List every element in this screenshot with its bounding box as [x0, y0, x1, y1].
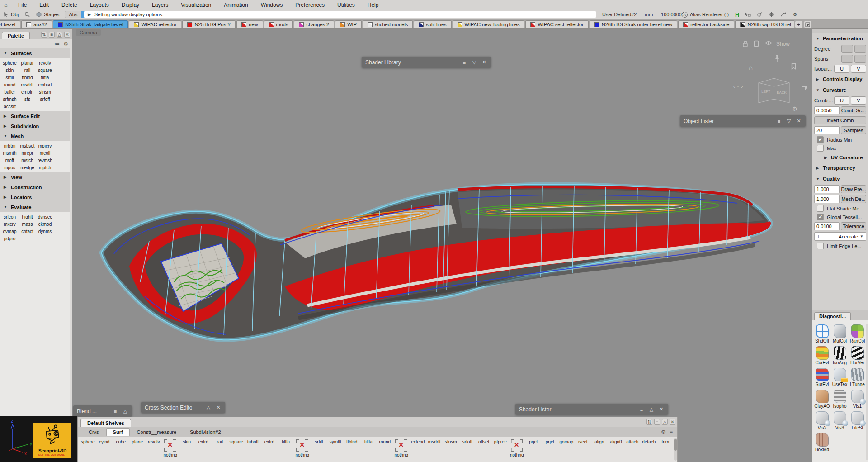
stages-icon[interactable]	[36, 11, 42, 18]
tool-CurEvl[interactable]: CurEvl	[813, 343, 831, 365]
tolerance-input[interactable]: 0.0100	[814, 222, 840, 230]
tool-square[interactable]: square	[36, 66, 54, 73]
tool-extrd[interactable]: extrd	[195, 437, 212, 444]
tool-nothng[interactable]: nothng	[509, 437, 525, 457]
tool-prjct[interactable]: prjct	[542, 437, 558, 444]
tool-accsrf[interactable]: accsrf	[1, 102, 19, 109]
stage-tab[interactable]: new	[236, 20, 263, 28]
dock-icon[interactable]: ⇅	[41, 32, 47, 38]
add-stage-button[interactable]: +	[795, 21, 802, 28]
tool-detach[interactable]: detach	[641, 437, 657, 444]
bookmark-icon[interactable]	[791, 63, 796, 71]
hardware-shade-toggle[interactable]: H	[735, 11, 739, 18]
degree-v-box[interactable]	[854, 45, 866, 53]
tool-dvmap[interactable]: dvmap	[1, 227, 19, 234]
collapse-icon[interactable]: △	[662, 419, 668, 425]
viewcube-settings-gear-icon[interactable]: ⚙	[792, 105, 797, 112]
palette-section-subdivision[interactable]: ▶Subdivision	[0, 121, 72, 131]
menu-item-preferences[interactable]: Preferences	[289, 0, 331, 10]
menu-item-windows[interactable]: Windows	[255, 0, 289, 10]
tool-tuboff[interactable]: tuboff	[245, 437, 261, 444]
menu-item-file[interactable]: File	[12, 0, 33, 10]
samples-input[interactable]: 20	[814, 126, 840, 134]
tool-cntact[interactable]: cntact	[19, 227, 36, 234]
stages-label[interactable]: Stages	[44, 12, 59, 17]
tool-offset[interactable]: offset	[476, 437, 492, 444]
show-menu-label[interactable]: Show	[776, 41, 790, 47]
palette-section-surface-edit[interactable]: ▶Surface Edit	[0, 111, 72, 121]
flat-shade-checkbox[interactable]	[817, 205, 824, 212]
tool-dynsec[interactable]: dynsec	[36, 212, 54, 219]
home-icon[interactable]: ⌂	[0, 1, 12, 8]
tool-stnsm[interactable]: stnsm	[443, 437, 459, 444]
diagnostic-scrollbar[interactable]	[866, 324, 868, 460]
tool-SurEvl[interactable]: SurEvl	[813, 365, 831, 387]
menu-icon[interactable]: ≡	[112, 409, 118, 414]
lock-icon[interactable]	[742, 40, 749, 47]
limit-edge-checkbox[interactable]	[817, 243, 824, 249]
tool-mstch[interactable]: mstch	[19, 156, 36, 163]
tool-cmbsrf[interactable]: cmbsrf	[36, 80, 54, 87]
tool-cube[interactable]: cube	[113, 437, 129, 444]
menu-icon[interactable]: ≡	[49, 32, 55, 38]
section-curvature[interactable]: ▼ Curvature	[812, 85, 868, 95]
close-icon[interactable]: ✕	[64, 32, 70, 38]
tool-Vis2[interactable]: Vis2	[813, 409, 831, 430]
tool-srfcon[interactable]: srfcon	[1, 212, 19, 219]
tool-IsoAng[interactable]: IsoAng	[831, 343, 849, 365]
tool-extend[interactable]: extend	[410, 437, 426, 444]
tool-cylnd[interactable]: cylnd	[96, 437, 113, 444]
eye-icon[interactable]	[765, 40, 772, 47]
close-icon[interactable]: ✕	[658, 406, 665, 412]
palette-section-mesh[interactable]: ▼Mesh	[0, 131, 72, 141]
tool-nothng[interactable]: nothng	[393, 437, 410, 457]
tool-trim[interactable]: trim	[657, 437, 674, 444]
tool-Vis1[interactable]: Vis1	[849, 387, 866, 409]
tool-Isopho[interactable]: Isopho	[831, 387, 849, 409]
tool-skin[interactable]: skin	[179, 437, 195, 444]
tool-UseTex[interactable]: UseTex	[831, 365, 849, 387]
palette-title-bar[interactable]: Palette ⇅ ≡ △ ✕	[0, 29, 72, 39]
diagnostic-tab[interactable]: Diagnosti...	[814, 312, 851, 320]
tool-ckmod[interactable]: ckmod	[36, 219, 54, 227]
tool-BoxMd[interactable]: BoxMd	[813, 430, 831, 452]
stage-tab[interactable]: N25 thTG Pos Y	[182, 20, 236, 28]
tool-msmth[interactable]: msmth	[1, 148, 19, 156]
tool-srfmsh[interactable]: srfmsh	[1, 95, 19, 102]
menu-item-display[interactable]: Display	[115, 0, 146, 10]
tool-dynms[interactable]: dynms	[36, 227, 54, 234]
tool-round[interactable]: round	[377, 437, 393, 444]
section-quality[interactable]: ▼ Quality	[812, 173, 868, 184]
palette-section-locators[interactable]: ▶Locators	[0, 192, 72, 202]
collapse-icon[interactable]: △	[122, 408, 128, 414]
shelves-window-tab[interactable]: Default Shelves	[80, 419, 131, 427]
tool-sphere[interactable]: sphere	[80, 437, 96, 444]
global-tessellation-checkbox[interactable]	[817, 214, 824, 220]
stage-tab[interactable]: WIPAC reflector	[129, 20, 181, 28]
tool-isect[interactable]: isect	[575, 437, 591, 444]
degree-u-box[interactable]	[841, 45, 853, 53]
tool-msdrft[interactable]: msdrft	[19, 80, 36, 87]
tool-nothng[interactable]: nothng	[294, 437, 311, 457]
blend-window[interactable]: Blend ... ≡ △	[73, 405, 132, 417]
shader-library-window[interactable]: Shader Library ≡ ▽ ✕	[362, 57, 491, 68]
tool-filfla[interactable]: filfla	[278, 437, 294, 444]
tool-LTunne[interactable]: LTunne	[849, 365, 866, 387]
tool-rail[interactable]: rail	[19, 66, 36, 73]
tool-mpjcrv[interactable]: mpjcrv	[36, 141, 54, 148]
tool-attach[interactable]: attach	[624, 437, 641, 444]
spans-v-box[interactable]	[854, 55, 866, 63]
tool-ClayAO[interactable]: ClayAO	[813, 387, 831, 409]
tool-msdrft[interactable]: msdrft	[426, 437, 443, 444]
menu-icon[interactable]: ≡	[461, 60, 467, 65]
snap-curve-icon[interactable]	[780, 11, 786, 18]
tool-filfla[interactable]: filfla	[36, 73, 54, 80]
palette-scrollbar[interactable]	[70, 48, 72, 416]
viewport-title[interactable]: Camera	[76, 29, 101, 36]
shelf-scrollbar[interactable]	[674, 438, 677, 461]
palette-section-view[interactable]: ▶View	[0, 172, 72, 182]
tool-HorVer[interactable]: HorVer	[849, 343, 866, 365]
tool-srfill[interactable]: srfill	[311, 437, 327, 444]
renderer-indicator[interactable]: A Alias Renderer	[682, 10, 723, 19]
menu-item-edit[interactable]: Edit	[33, 0, 55, 10]
